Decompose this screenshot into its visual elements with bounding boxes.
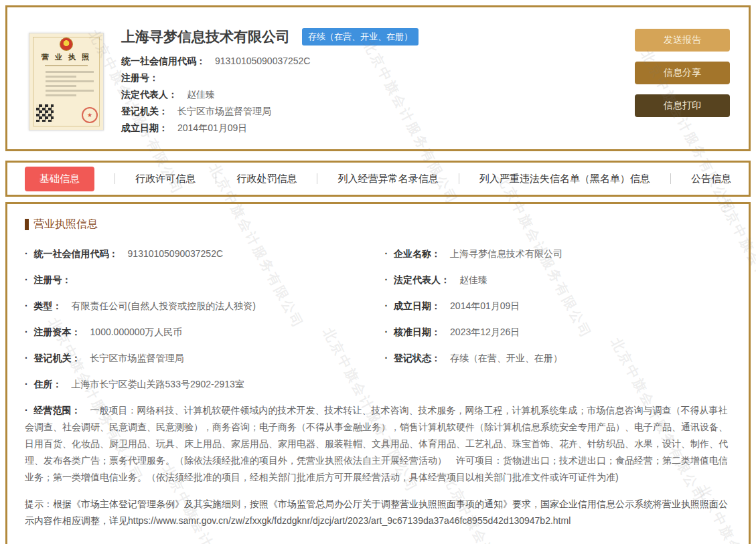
red-seal-icon [82,107,98,123]
field-reg-number: 注册号： [25,267,372,293]
tab-basic-info[interactable]: 基础信息 [25,167,94,191]
tab-abnormal-operation-list[interactable]: 列入经营异常名录信息 [338,173,439,185]
field-business-scope: 经营范围：一般项目：网络科技、计算机软硬件领域内的技术开发、技术转让、技术咨询、… [25,397,731,490]
page: 北京中旗会计服务有限公司 北京中旗会计服务有限公司 北京中旗会计服务有限公司 北… [0,0,756,544]
field-company-type: 类型：有限责任公司(自然人投资或控股的法人独资) [25,293,372,319]
notice-text: 提示：根据《市场主体登记管理条例》及其实施细则，按照《市场监管总局办公厅关于调整… [25,496,731,529]
company-info: 上海寻梦信息技术有限公司 存续（在营、开业、在册） 统一社会信用代码：91310… [121,25,635,136]
print-info-button[interactable]: 信息打印 [635,94,730,117]
action-buttons: 发送报告 信息分享 信息打印 [635,25,730,136]
tab-separator [459,173,459,184]
tab-separator [317,173,317,184]
field-registered-capital: 注册资本：1000.000000万人民币 [25,319,372,345]
company-name: 上海寻梦信息技术有限公司 [121,27,290,46]
tab-admin-penalty[interactable]: 行政处罚信息 [236,173,297,185]
header-field-reg-authority: 登记机关：长宁区市场监督管理局 [121,103,635,120]
header-field-reg-number: 注册号： [121,70,635,86]
section-title-bar [25,219,29,230]
field-establish-date: 成立日期：2014年01月09日 [385,293,732,319]
send-report-button[interactable]: 发送报告 [635,29,730,52]
status-badge: 存续（在营、开业、在册） [302,28,419,46]
basic-info-panel: 营业执照信息 统一社会信用代码：91310105090037252C 企业名称：… [5,202,751,544]
header-field-establish-date: 成立日期：2014年01月09日 [121,120,635,137]
tab-separator [670,173,671,184]
field-address: 住所：上海市长宁区娄山关路533号2902-2913室 [25,371,731,397]
field-approval-date: 核准日期：2023年12月26日 [385,319,732,345]
business-license-image: 营 业 执 照 [29,33,104,130]
tab-separator [115,173,115,184]
tab-bar: 基础信息 行政许可信息 行政处罚信息 列入经营异常名录信息 列入严重违法失信名单… [5,161,751,197]
header-field-legal-rep: 法定代表人：赵佳臻 [121,86,635,103]
field-uscc: 统一社会信用代码：91310105090037252C [25,241,372,267]
tab-blacklist[interactable]: 列入严重违法失信名单（黑名单）信息 [479,173,650,185]
section-title-text: 营业执照信息 [33,217,98,232]
tab-admin-license[interactable]: 行政许可信息 [135,173,196,185]
field-company-name: 企业名称：上海寻梦信息技术有限公司 [385,241,732,267]
field-reg-authority: 登记机关：长宁区市场监督管理局 [25,345,372,371]
section-title: 营业执照信息 [25,217,731,232]
company-header-card: 营 业 执 照 上海寻梦信息技术有限公司 存续（在营、开业、在册） 统一社会信用… [5,5,751,151]
field-legal-rep: 法定代表人：赵佳臻 [385,267,732,293]
field-reg-status: 登记状态：存续（在营、开业、在册） [385,345,732,371]
tab-separator [216,173,216,184]
qr-code [36,104,54,122]
tab-announcements[interactable]: 公告信息 [691,173,731,185]
header-field-uscc: 统一社会信用代码：91310105090037252C [121,53,635,70]
share-info-button[interactable]: 信息分享 [635,62,730,84]
license-info-grid: 统一社会信用代码：91310105090037252C 企业名称：上海寻梦信息技… [25,241,731,490]
